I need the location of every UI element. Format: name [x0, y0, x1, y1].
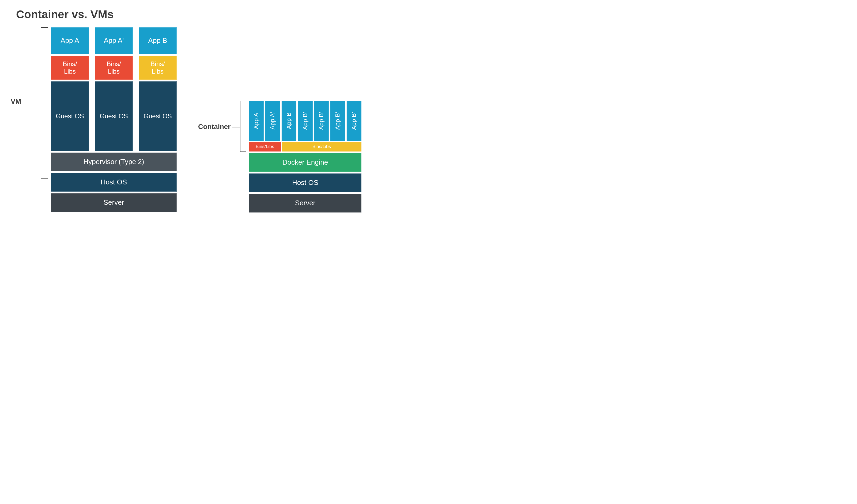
container-app-box: App B' — [298, 101, 313, 141]
container-bracket-label: Container — [198, 122, 231, 131]
vm-columns: App A Bins/ Libs Guest OS App A' Bins/ L… — [51, 27, 177, 151]
vm-bins-box: Bins/ Libs — [139, 56, 177, 80]
container-app-box: App B — [282, 101, 296, 141]
vm-label-connector — [23, 102, 41, 102]
vm-column-2: App B Bins/ Libs Guest OS — [139, 27, 177, 151]
container-host-os-box: Host OS — [249, 173, 362, 192]
container-app-box: App A' — [265, 101, 280, 141]
diagram-title: Container vs. VMs — [16, 8, 375, 21]
container-app-box: App A — [249, 101, 264, 141]
vm-bracket-label: VM — [11, 97, 21, 106]
vm-column-0: App A Bins/ Libs Guest OS — [51, 27, 89, 151]
container-diagram: Container App A App A' App B App B' App … — [198, 101, 362, 212]
diagram-container: VM App A Bins/ Libs Guest OS App A' Bins… — [11, 27, 375, 212]
container-bins-row: Bins/Libs Bins/Libs — [249, 142, 362, 151]
vm-server-box: Server — [51, 193, 177, 212]
container-bins-box: Bins/Libs — [249, 142, 281, 151]
container-app-row: App A App A' App B App B' App B' App B' … — [249, 101, 362, 141]
container-bins-box: Bins/Libs — [282, 142, 362, 151]
container-bracket — [240, 101, 246, 152]
vm-diagram: VM App A Bins/ Libs Guest OS App A' Bins… — [11, 27, 177, 212]
vm-guest-os-box: Guest OS — [139, 81, 177, 151]
container-label-connector — [232, 127, 240, 128]
container-app-box: App B' — [347, 101, 362, 141]
vm-app-box: App A — [51, 27, 89, 54]
container-app-box: App B' — [330, 101, 345, 141]
vm-bracket — [41, 27, 48, 179]
hypervisor-box: Hypervisor (Type 2) — [51, 153, 177, 171]
vm-app-box: App A' — [95, 27, 133, 54]
container-server-box: Server — [249, 194, 362, 213]
container-app-box: App B' — [314, 101, 329, 141]
vm-stack: App A Bins/ Libs Guest OS App A' Bins/ L… — [51, 27, 177, 212]
vm-guest-os-box: Guest OS — [51, 81, 89, 151]
vm-bins-box: Bins/ Libs — [95, 56, 133, 80]
docker-engine-box: Docker Engine — [249, 153, 362, 172]
vm-bins-box: Bins/ Libs — [51, 56, 89, 80]
vm-app-box: App B — [139, 27, 177, 54]
vm-host-os-box: Host OS — [51, 173, 177, 192]
vm-guest-os-box: Guest OS — [95, 81, 133, 151]
container-stack: App A App A' App B App B' App B' App B' … — [249, 101, 362, 213]
vm-column-1: App A' Bins/ Libs Guest OS — [95, 27, 133, 151]
